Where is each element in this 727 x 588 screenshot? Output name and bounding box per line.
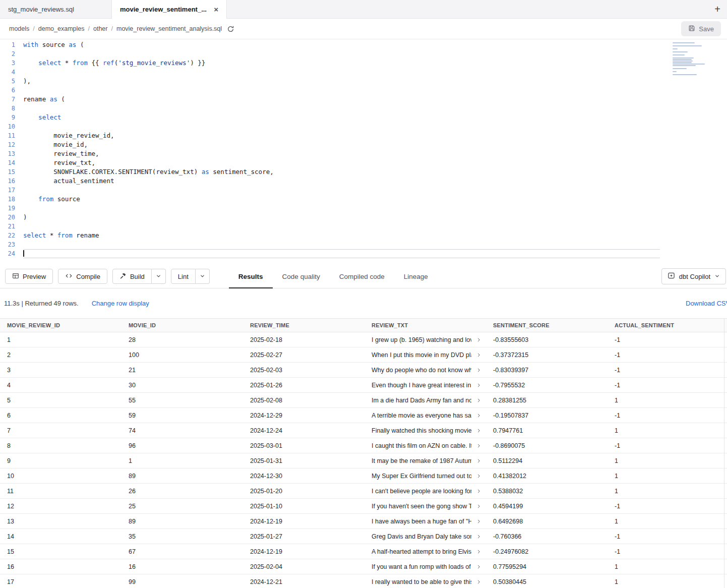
table-cell: -1 <box>608 412 727 419</box>
tab-compiled-code[interactable]: Compiled code <box>330 265 394 288</box>
review-txt-cell: I caught this film on AZN on cable. It s… <box>365 442 486 449</box>
table-row[interactable]: 1282025-02-18I grew up (b. 1965) watchin… <box>0 332 727 347</box>
code-line[interactable]: 21 <box>0 222 727 231</box>
dbt-copilot-button[interactable]: dbt Copilot <box>661 268 726 284</box>
preview-button[interactable]: Preview <box>5 269 53 284</box>
compile-button[interactable]: Compile <box>58 269 107 284</box>
line-number: 8 <box>0 104 23 113</box>
code-line[interactable]: 6 <box>0 86 727 95</box>
table-row[interactable]: 7742024-12-24Finally watched this shocki… <box>0 423 727 438</box>
code-editor[interactable]: 1with source as (23 select * from {{ ref… <box>0 39 727 265</box>
expand-review-icon[interactable] <box>475 397 482 404</box>
expand-review-icon[interactable] <box>475 503 482 510</box>
table-row[interactable]: 11262025-01-20I can't believe people are… <box>0 484 727 499</box>
review-txt-cell: I grew up (b. 1965) watching and lovin… <box>365 336 486 343</box>
expand-review-icon[interactable] <box>475 533 482 540</box>
change-row-display-link[interactable]: Change row display <box>92 300 149 307</box>
expand-review-icon[interactable] <box>475 457 482 464</box>
table-row[interactable]: 8962025-03-01I caught this film on AZN o… <box>0 438 727 453</box>
code-line[interactable]: 14 review_txt, <box>0 158 727 167</box>
close-icon[interactable]: × <box>214 6 218 13</box>
code-line[interactable]: 2 <box>0 49 727 58</box>
download-csv-link[interactable]: Download CSV <box>686 300 727 307</box>
table-row[interactable]: 17992024-12-21I really wanted to be able… <box>0 574 727 588</box>
save-button[interactable]: Save <box>681 21 721 36</box>
review-text: If you haven't seen the gong show TV s… <box>372 503 471 510</box>
tab-lineage[interactable]: Lineage <box>394 265 438 288</box>
minimap[interactable] <box>673 42 705 76</box>
code-line[interactable]: 20) <box>0 213 727 222</box>
expand-review-icon[interactable] <box>475 548 482 555</box>
preview-label: Preview <box>23 273 46 280</box>
code-line[interactable]: 12 movie_id, <box>0 140 727 149</box>
expand-review-icon[interactable] <box>475 488 482 495</box>
code-line[interactable]: 10 <box>0 122 727 131</box>
breadcrumb-segment[interactable]: movie_review_sentiment_analysis.sql <box>116 25 222 32</box>
table-row[interactable]: 10892024-12-30My Super Ex Girlfriend tur… <box>0 468 727 484</box>
code-line[interactable]: 18 from source <box>0 195 727 204</box>
table-cell: -1 <box>608 503 727 510</box>
table-row[interactable]: 912025-01-31It may be the remake of 1987… <box>0 453 727 468</box>
expand-review-icon[interactable] <box>475 412 482 419</box>
code-line[interactable]: 5), <box>0 77 727 86</box>
code-line[interactable]: 8 <box>0 104 727 113</box>
build-dropdown-button[interactable] <box>152 269 166 284</box>
code-line[interactable]: 9 select <box>0 113 727 122</box>
expand-review-icon[interactable] <box>475 563 482 570</box>
code-line[interactable]: 7rename as ( <box>0 95 727 104</box>
build-split-button: Build <box>112 269 166 284</box>
expand-review-icon[interactable] <box>475 351 482 359</box>
expand-review-icon[interactable] <box>475 336 482 343</box>
code-line[interactable]: 23 <box>0 240 727 249</box>
expand-review-icon[interactable] <box>475 442 482 449</box>
code-line[interactable]: 24 <box>0 249 727 258</box>
expand-review-icon[interactable] <box>475 578 482 585</box>
expand-review-icon[interactable] <box>475 382 482 389</box>
table-cell: -0.83039397 <box>486 367 608 374</box>
review-text: I can't believe people are looking for a… <box>372 488 471 495</box>
table-cell: 2025-01-20 <box>243 488 365 495</box>
table-row[interactable]: 16162025-02-04If you want a fun romp wit… <box>0 559 727 574</box>
code-line[interactable]: 22select * from rename <box>0 231 727 240</box>
expand-review-icon[interactable] <box>475 473 482 480</box>
code-line[interactable]: 3 select * from {{ ref('stg_movie_review… <box>0 58 727 68</box>
build-button[interactable]: Build <box>112 269 152 284</box>
table-cell: 0.5112294 <box>486 457 608 464</box>
table-row[interactable]: 3212025-02-03Why do people who do not kn… <box>0 363 727 378</box>
code-text: ) <box>23 213 660 222</box>
new-tab-button[interactable]: + <box>708 0 727 18</box>
table-row[interactable]: 5552025-02-08Im a die hard Dads Army fan… <box>0 393 727 408</box>
code-line[interactable]: 19 <box>0 204 727 213</box>
code-line[interactable]: 13 review_time, <box>0 149 727 158</box>
sync-icon[interactable] <box>227 25 234 33</box>
breadcrumb-separator: / <box>111 25 112 32</box>
code-line[interactable]: 1with source as ( <box>0 40 727 49</box>
expand-review-icon[interactable] <box>475 427 482 434</box>
table-row[interactable]: 15672024-12-19A half-hearted attempt to … <box>0 544 727 559</box>
code-line[interactable]: 16 actual_sentiment <box>0 177 727 186</box>
table-row[interactable]: 4302025-01-26Even though I have great in… <box>0 378 727 393</box>
tab-movie-review-sentiment[interactable]: movie_review_sentiment_... × <box>112 0 227 19</box>
editor-tab-bar: stg_movie_reviews.sql movie_review_senti… <box>0 0 727 19</box>
expand-review-icon[interactable] <box>475 367 482 374</box>
code-line[interactable]: 11 movie_review_id, <box>0 131 727 140</box>
table-row[interactable]: 21002025-02-27When I put this movie in m… <box>0 347 727 363</box>
table-cell: 2025-02-27 <box>243 351 365 359</box>
table-row[interactable]: 12252025-01-10If you haven't seen the go… <box>0 499 727 514</box>
code-line[interactable]: 4 <box>0 68 727 77</box>
table-row[interactable]: 13892024-12-19I have always been a huge … <box>0 514 727 529</box>
tab-stg-movie-reviews[interactable]: stg_movie_reviews.sql <box>0 0 112 18</box>
tab-code-quality[interactable]: Code quality <box>273 265 330 288</box>
table-row[interactable]: 6592024-12-29A terrible movie as everyon… <box>0 408 727 423</box>
breadcrumb-segment[interactable]: demo_examples <box>38 25 85 32</box>
tab-results[interactable]: Results <box>229 265 273 288</box>
expand-review-icon[interactable] <box>475 518 482 525</box>
breadcrumb-segment[interactable]: models <box>9 25 29 32</box>
lint-button[interactable]: Lint <box>171 269 196 284</box>
code-line[interactable]: 17 <box>0 186 727 195</box>
code-line[interactable]: 15 SNOWFLAKE.CORTEX.SENTIMENT(review_txt… <box>0 167 727 177</box>
table-cell: 16 <box>122 563 243 570</box>
lint-dropdown-button[interactable] <box>196 269 210 284</box>
breadcrumb-segment[interactable]: other <box>93 25 108 32</box>
table-row[interactable]: 14352025-01-27Greg Davis and Bryan Daly … <box>0 529 727 544</box>
